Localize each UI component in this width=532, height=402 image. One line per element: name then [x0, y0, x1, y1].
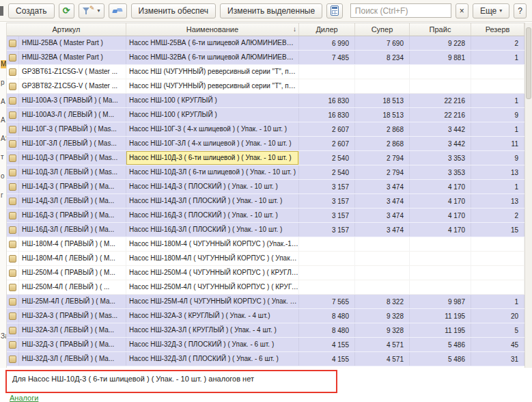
cell-super[interactable]	[355, 79, 410, 93]
cell-super[interactable]: 2 868	[355, 137, 410, 150]
cell-price[interactable]	[410, 65, 471, 79]
cell-reserve[interactable]	[471, 266, 524, 280]
table-row[interactable]: НШ-180М-4Л ( ЛЕВЫЙ ) ( М... Насос НШ-180…	[7, 252, 524, 266]
cell-price[interactable]: 3 442	[410, 137, 471, 150]
cell-article[interactable]: НШ-180М-4Л ( ЛЕВЫЙ ) ( М...	[19, 252, 126, 265]
cell-name[interactable]: Насос НШ-32Д-3Л ( ПЛОСКИЙ ) ( Упак. - 6 …	[126, 352, 299, 366]
cell-reserve[interactable]: 45	[471, 338, 524, 351]
cell-article[interactable]: НШ-14Д-3 ( ПРАВЫЙ ) ( Ма...	[19, 180, 126, 193]
cell-dealer[interactable]: 16 830	[299, 94, 355, 107]
table-row[interactable]: НШ-10Д-3 ( ПРАВЫЙ ) ( Mas... Насос НШ-10…	[7, 151, 524, 165]
cell-dealer[interactable]: 3 157	[299, 180, 355, 193]
cell-reserve[interactable]: 9	[471, 151, 524, 165]
table-row[interactable]: НШ-10Г-3Л ( ЛЕВЫЙ ) ( Mas... Насос НШ-10…	[7, 137, 524, 151]
cell-article[interactable]: НШ-100А-3 ( ПРАВЫЙ ) ( Ма...	[19, 94, 126, 107]
cell-dealer[interactable]	[299, 237, 355, 251]
table-row[interactable]: НМШ-25ВА ( Master Part ) Насос НМШ-25ВА …	[7, 36, 524, 51]
table-row[interactable]: GP3BT82-Z1C5G-V ( Master ... Насос НШ (Ч…	[7, 79, 524, 94]
cell-name[interactable]: Насос НШ-25М-4Л ( ЧУГУННЫЙ КОРПУС ) ( Уп…	[126, 295, 299, 308]
cell-reserve[interactable]	[471, 79, 524, 93]
cell-name[interactable]: Насос НШ-10Г-3Л ( 4-х шлицевой ) ( Упак.…	[126, 137, 299, 150]
table-row[interactable]: НШ-16Д-3Л ( ЛЕВЫЙ ) ( Ма... Насос НШ-16Д…	[7, 223, 524, 237]
cell-reserve[interactable]: 15	[471, 223, 524, 237]
change-supply-button[interactable]: Изменить обеспеч	[131, 3, 216, 18]
table-row[interactable]: НШ-10Г-3 ( ПРАВЫЙ ) ( Mas... Насос НШ-10…	[7, 122, 524, 137]
cell-super[interactable]	[355, 252, 410, 265]
change-selected-button[interactable]: Изменить выделенные	[220, 3, 322, 18]
cell-name[interactable]: Насос НШ-100 ( КРУГЛЫЙ )	[126, 108, 299, 122]
cell-name[interactable]: Насос НШ-16Д-3Л ( ПЛОСКИЙ ) ( Упак. - 10…	[126, 223, 299, 237]
cell-name[interactable]: Насос НШ-180М-4 ( ЧУГУННЫЙ КОРПУС ) (Упа…	[126, 237, 299, 251]
help-button[interactable]: ?	[514, 3, 527, 18]
cell-dealer[interactable]: 3 157	[299, 194, 355, 208]
vertical-scrollbar[interactable]	[524, 23, 532, 368]
cell-reserve[interactable]: 1	[471, 51, 524, 64]
cell-name[interactable]: Насос НШ-14Д-3 ( ПЛОСКИЙ ) ( Упак. - 10 …	[126, 180, 299, 193]
cell-price[interactable]: 5 486	[410, 338, 471, 351]
cell-reserve[interactable]	[471, 65, 524, 79]
table-row[interactable]: НШ-100А3-Л ( ЛЕВЫЙ ) ( М... Насос НШ-100…	[7, 108, 524, 122]
column-header-dealer[interactable]: Дилер	[299, 23, 355, 36]
table-row[interactable]: НШ-32А-3Л ( ЛЕВЫЙ ) ( Ма... Насос НШ-32А…	[7, 323, 524, 338]
cell-reserve[interactable]: 5	[471, 323, 524, 337]
cell-super[interactable]: 3 474	[355, 194, 410, 208]
cell-reserve[interactable]: 31	[471, 352, 524, 366]
cell-price[interactable]	[410, 280, 471, 294]
column-header-article[interactable]: Артикул	[7, 23, 126, 36]
cell-dealer[interactable]: 16 830	[299, 108, 355, 122]
cell-price[interactable]: 4 170	[410, 223, 471, 237]
cell-price[interactable]: 4 170	[410, 194, 471, 208]
table-row[interactable]: НШ-25М-4Л ( ЛЕВЫЙ ) ( Ма... Насос НШ-25М…	[7, 295, 524, 309]
cell-name[interactable]: Насос НШ-10Д-3Л ( 6-ти шлицевой ) ( Упак…	[126, 165, 299, 179]
cell-article[interactable]: НШ-32Д-3 ( ПРАВЫЙ ) ( Ма...	[19, 338, 126, 351]
cell-price[interactable]: 22 216	[410, 108, 471, 122]
cell-article[interactable]: НШ-250М-4Л ( ЛЕВЫЙ ) ( ...	[19, 280, 126, 294]
cell-article[interactable]: НШ-10Г-3 ( ПРАВЫЙ ) ( Mas...	[19, 122, 126, 136]
column-header-reserve[interactable]: Резерв	[471, 23, 524, 36]
cell-price[interactable]	[410, 252, 471, 265]
cell-name[interactable]: Насос НШ-32А-3 ( КРУГЛЫЙ ) ( Упак. - 4 ш…	[126, 309, 299, 323]
table-row[interactable]: НШ-14Д-3Л ( ЛЕВЫЙ ) ( Ма... Насос НШ-14Д…	[7, 194, 524, 209]
cell-name[interactable]: Насос НШ-32Д-3 ( ПЛОСКИЙ ) ( Упак. - 6 ш…	[126, 338, 299, 351]
cell-article[interactable]: НШ-10Г-3Л ( ЛЕВЫЙ ) ( Mas...	[19, 137, 126, 150]
cell-reserve[interactable]: 1	[471, 122, 524, 136]
cell-name[interactable]: Насос НШ (ЧУГУННЫЙ) реверсивный серии "Т…	[126, 79, 299, 93]
cell-name[interactable]: Насос НШ-16Д-3 ( ПЛОСКИЙ ) ( Упак. - 10 …	[126, 209, 299, 222]
cell-article[interactable]: GP3BT82-Z1C5G-V ( Master ...	[19, 79, 126, 93]
cell-price[interactable]: 3 353	[410, 165, 471, 179]
cell-price[interactable]: 3 442	[410, 122, 471, 136]
analogs-link[interactable]: Аналоги	[10, 394, 38, 402]
cell-article[interactable]: НМШ-32ВА ( Master Part )	[19, 51, 126, 64]
cell-reserve[interactable]	[471, 237, 524, 251]
cell-price[interactable]	[410, 237, 471, 251]
cell-reserve[interactable]: 1	[471, 94, 524, 107]
cell-name[interactable]: Насос НМШ-25ВА ( 6-ти шлицевой АЛЮМИНИЕВ…	[126, 36, 299, 50]
cell-super[interactable]: 2 868	[355, 122, 410, 136]
table-row[interactable]: НШ-32А-3 ( ПРАВЫЙ ) ( Mas... Насос НШ-32…	[7, 309, 524, 323]
cell-article[interactable]: НШ-32А-3Л ( ЛЕВЫЙ ) ( Ма...	[19, 323, 126, 337]
cell-reserve[interactable]: 9	[471, 108, 524, 122]
clear-search-button[interactable]: ×	[456, 3, 468, 18]
table-row[interactable]: НШ-32Д-3 ( ПРАВЫЙ ) ( Ма... Насос НШ-32Д…	[7, 338, 524, 352]
cell-article[interactable]: НШ-180М-4 ( ПРАВЫЙ ) ( М...	[19, 237, 126, 251]
cell-article[interactable]: НШ-32Д-3Л ( ЛЕВЫЙ ) ( Ма...	[19, 352, 126, 366]
table-row[interactable]: НШ-100А-3 ( ПРАВЫЙ ) ( Ма... Насос НШ-10…	[7, 94, 524, 108]
cell-price[interactable]: 9 987	[410, 295, 471, 308]
cell-dealer[interactable]: 2 607	[299, 122, 355, 136]
cell-article[interactable]: НШ-14Д-3Л ( ЛЕВЫЙ ) ( Ма...	[19, 194, 126, 208]
table-row[interactable]: НШ-16Д-3 ( ПРАВЫЙ ) ( Ма... Насос НШ-16Д…	[7, 209, 524, 223]
cell-reserve[interactable]	[471, 252, 524, 265]
cell-super[interactable]	[355, 237, 410, 251]
refresh-button[interactable]: ⟳	[59, 3, 74, 18]
cell-reserve[interactable]: 2	[471, 36, 524, 50]
cell-reserve[interactable]: 13	[471, 194, 524, 208]
cell-reserve[interactable]: 1	[471, 295, 524, 308]
cell-super[interactable]: 7 690	[355, 36, 410, 50]
search-input[interactable]	[350, 3, 451, 18]
cell-article[interactable]: НШ-32А-3 ( ПРАВЫЙ ) ( Mas...	[19, 309, 126, 323]
cell-reserve[interactable]: 2	[471, 209, 524, 222]
cell-price[interactable]: 5 486	[410, 352, 471, 366]
more-button[interactable]: Еще ▾	[473, 3, 509, 18]
cell-article[interactable]: НШ-10Д-3 ( ПРАВЫЙ ) ( Mas...	[19, 151, 126, 165]
cell-reserve[interactable]: 1	[471, 180, 524, 193]
